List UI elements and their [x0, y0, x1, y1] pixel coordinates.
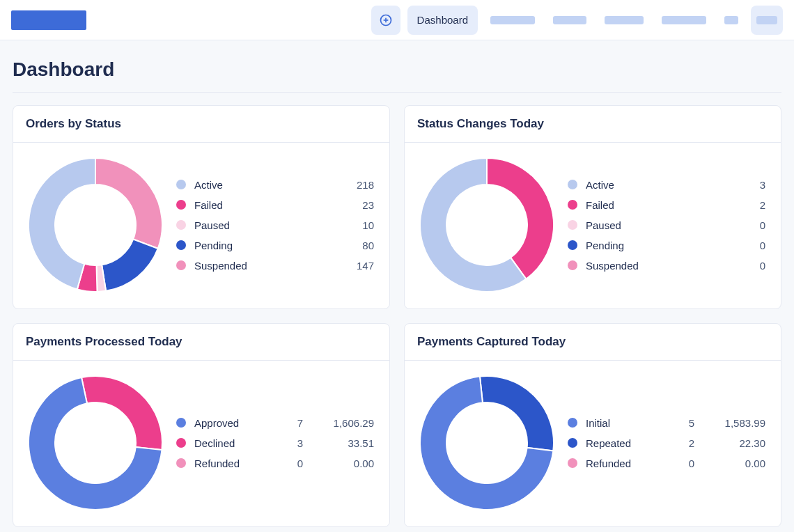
legend-row-refunded: Refunded00.00 [568, 453, 765, 474]
donut-slice-suspended [95, 158, 162, 249]
legend-count: 0 [724, 219, 765, 231]
legend-count: 0 [278, 457, 303, 469]
nav-tab-placeholder[interactable] [599, 6, 649, 35]
legend-swatch [568, 418, 577, 428]
legend-count: 7 [278, 417, 303, 429]
legend-count: 0 [724, 240, 765, 251]
legend: Initial51,583.99Repeated222.30Refunded00… [568, 413, 765, 474]
legend-row-pending: Pending80 [176, 235, 374, 256]
legend-amount: 1,606.29 [311, 417, 374, 429]
panel-title: Payments Processed Today [13, 324, 389, 361]
panel-grid: Orders by StatusActive218Failed23Paused1… [13, 105, 781, 527]
panel-title: Status Changes Today [405, 106, 781, 143]
panel-title: Orders by Status [13, 106, 389, 143]
legend-label: Declined [194, 437, 270, 449]
panel-body: Active3Failed2Paused0Pending0Suspended0 [405, 143, 781, 308]
legend-row-failed: Failed2 [568, 195, 765, 215]
nav-tab-dashboard[interactable]: Dashboard [407, 6, 478, 35]
legend-label: Suspended [586, 260, 715, 272]
legend-count: 3 [278, 437, 303, 449]
panel-status-changes-today: Status Changes TodayActive3Failed2Paused… [404, 105, 781, 309]
panel-body: Initial51,583.99Repeated222.30Refunded00… [405, 361, 781, 526]
legend-label: Failed [194, 199, 324, 211]
legend: Active3Failed2Paused0Pending0Suspended0 [568, 175, 765, 276]
legend-swatch [176, 418, 186, 428]
legend-count: 0 [669, 457, 694, 469]
legend-amount: 0.00 [703, 457, 765, 469]
legend-row-declined: Declined333.51 [176, 433, 374, 453]
legend-label: Refunded [194, 457, 270, 469]
top-bar: Dashboard [0, 0, 794, 40]
legend-row-paused: Paused10 [176, 215, 374, 235]
nav-placeholder-group [485, 6, 783, 35]
panel-payments-processed-today: Payments Processed TodayApproved71,606.2… [13, 323, 390, 527]
panel-body: Active218Failed23Paused10Pending80Suspen… [13, 143, 389, 308]
legend-count: 10 [332, 219, 374, 231]
panel-orders-by-status: Orders by StatusActive218Failed23Paused1… [13, 105, 390, 309]
page-divider [13, 92, 781, 93]
brand-logo[interactable] [11, 10, 86, 30]
legend-swatch [568, 260, 577, 270]
legend-swatch [176, 260, 186, 270]
panel-title: Payments Captured Today [405, 324, 781, 361]
legend-row-repeated: Repeated222.30 [568, 433, 765, 453]
legend-amount: 0.00 [311, 457, 374, 469]
legend-label: Approved [194, 417, 270, 429]
legend-row-pending: Pending0 [568, 235, 765, 256]
legend-row-failed: Failed23 [176, 195, 374, 215]
panel-payments-captured-today: Payments Captured TodayInitial51,583.99R… [404, 323, 781, 527]
legend-row-paused: Paused0 [568, 215, 765, 235]
legend-label: Refunded [586, 457, 661, 469]
legend-label: Suspended [194, 260, 324, 272]
nav-tab-placeholder[interactable] [719, 6, 744, 35]
legend-count: 2 [669, 437, 694, 449]
legend-swatch [176, 180, 186, 189]
legend-row-active: Active218 [176, 175, 374, 195]
legend-swatch [568, 180, 577, 189]
nav-tab-placeholder[interactable] [656, 6, 712, 35]
legend-swatch [568, 200, 577, 210]
legend-swatch [176, 200, 186, 210]
legend-count: 218 [332, 179, 374, 191]
add-button[interactable] [371, 6, 400, 35]
legend-amount: 22.30 [703, 437, 765, 449]
legend-row-approved: Approved71,606.29 [176, 413, 374, 433]
legend: Approved71,606.29Declined333.51Refunded0… [176, 413, 374, 474]
legend-label: Pending [194, 240, 324, 251]
legend-swatch [176, 240, 186, 250]
legend-amount: 1,583.99 [703, 417, 765, 429]
nav-tab-placeholder[interactable] [485, 6, 540, 35]
legend-row-active: Active3 [568, 175, 765, 195]
legend-swatch [568, 458, 577, 468]
donut-chart [417, 373, 556, 513]
legend-count: 147 [332, 260, 374, 272]
legend-label: Paused [586, 219, 715, 231]
legend-count: 3 [724, 179, 765, 191]
legend: Active218Failed23Paused10Pending80Suspen… [176, 175, 374, 276]
legend-label: Repeated [586, 437, 661, 449]
legend-count: 2 [724, 199, 765, 211]
page-title: Dashboard [13, 58, 781, 81]
nav-tab-placeholder[interactable] [751, 6, 783, 35]
legend-row-initial: Initial51,583.99 [568, 413, 765, 433]
nav-tab-label: Dashboard [417, 14, 468, 26]
legend-label: Active [586, 179, 715, 191]
legend-label: Initial [586, 417, 661, 429]
legend-label: Paused [194, 219, 324, 231]
legend-swatch [568, 438, 577, 448]
legend-count: 80 [332, 240, 374, 251]
legend-swatch [176, 438, 186, 448]
legend-row-refunded: Refunded00.00 [176, 453, 374, 474]
legend-amount: 33.51 [311, 437, 374, 449]
donut-chart [26, 373, 165, 513]
legend-swatch [568, 220, 577, 230]
legend-row-suspended: Suspended147 [176, 256, 374, 276]
donut-slice-failed [487, 158, 554, 279]
donut-slice-repeated [480, 376, 554, 451]
legend-swatch [176, 458, 186, 468]
legend-label: Pending [586, 240, 715, 251]
nav-tab-placeholder[interactable] [547, 6, 592, 35]
donut-chart [26, 155, 165, 295]
legend-count: 5 [669, 417, 694, 429]
legend-swatch [176, 220, 186, 230]
